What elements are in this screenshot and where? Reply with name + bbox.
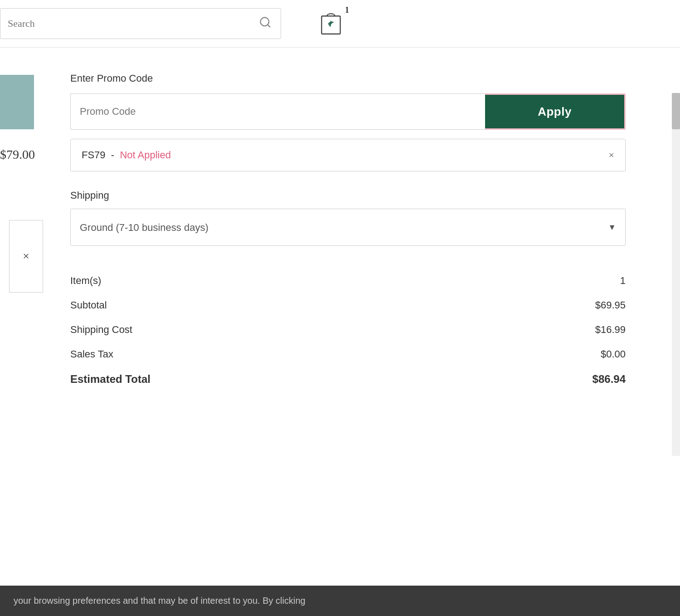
estimated-total-value: $86.94 <box>593 373 626 386</box>
items-value: 1 <box>620 275 626 287</box>
sales-tax-value: $0.00 <box>601 348 626 360</box>
subtotal-label: Subtotal <box>70 299 107 311</box>
search-container <box>0 8 281 39</box>
subtotal-row: Subtotal $69.95 <box>70 293 626 318</box>
estimated-total-label: Estimated Total <box>70 373 151 386</box>
sales-tax-row: Sales Tax $0.00 <box>70 342 626 367</box>
remove-item-button[interactable]: × <box>23 249 29 263</box>
promo-code-input[interactable] <box>70 93 485 130</box>
shipping-cost-row: Shipping Cost $16.99 <box>70 318 626 342</box>
applied-code-text: FS79 - Not Applied <box>82 149 171 161</box>
shipping-label: Shipping <box>70 190 626 201</box>
svg-line-1 <box>267 24 270 27</box>
search-button[interactable] <box>257 14 273 33</box>
main-content: $79.00 × Enter Promo Code Apply FS79 - N… <box>0 48 680 417</box>
left-panel: $79.00 × <box>0 48 45 417</box>
product-price: $79.00 <box>0 147 35 162</box>
estimated-total-row: Estimated Total $86.94 <box>70 367 626 392</box>
promo-code-value: FS79 <box>82 149 106 161</box>
remove-item-box: × <box>9 220 43 293</box>
apply-button[interactable]: Apply <box>485 93 626 130</box>
product-thumbnail-teal <box>0 75 34 129</box>
items-label: Item(s) <box>70 275 101 287</box>
subtotal-value: $69.95 <box>595 299 626 311</box>
footer-bar: your browsing preferences and that may b… <box>0 586 680 616</box>
promo-label: Enter Promo Code <box>70 73 626 84</box>
search-input[interactable] <box>8 18 257 29</box>
cart-badge: 1 <box>345 5 349 15</box>
right-panel: Enter Promo Code Apply FS79 - Not Applie… <box>45 48 680 417</box>
header: 1 <box>0 0 680 48</box>
scrollbar-track <box>672 93 680 456</box>
footer-text: your browsing preferences and that may b… <box>14 596 306 606</box>
shipping-select-wrapper: Ground (7-10 business days) Express (3-5… <box>70 209 626 246</box>
dismiss-promo-button[interactable]: × <box>609 150 614 160</box>
scrollbar-thumb[interactable] <box>672 93 680 129</box>
shipping-cost-value: $16.99 <box>595 324 626 336</box>
shipping-cost-label: Shipping Cost <box>70 324 132 336</box>
sales-tax-label: Sales Tax <box>70 348 113 360</box>
promo-row: Apply <box>70 93 626 130</box>
cart-icon <box>317 9 345 36</box>
svg-rect-2 <box>321 16 340 34</box>
cart-icon-area[interactable]: 1 <box>317 9 345 38</box>
shipping-select[interactable]: Ground (7-10 business days) Express (3-5… <box>71 209 625 245</box>
promo-status: Not Applied <box>120 149 171 161</box>
items-row: Item(s) 1 <box>70 269 626 293</box>
applied-code-row: FS79 - Not Applied × <box>70 139 626 171</box>
search-icon <box>259 16 272 29</box>
